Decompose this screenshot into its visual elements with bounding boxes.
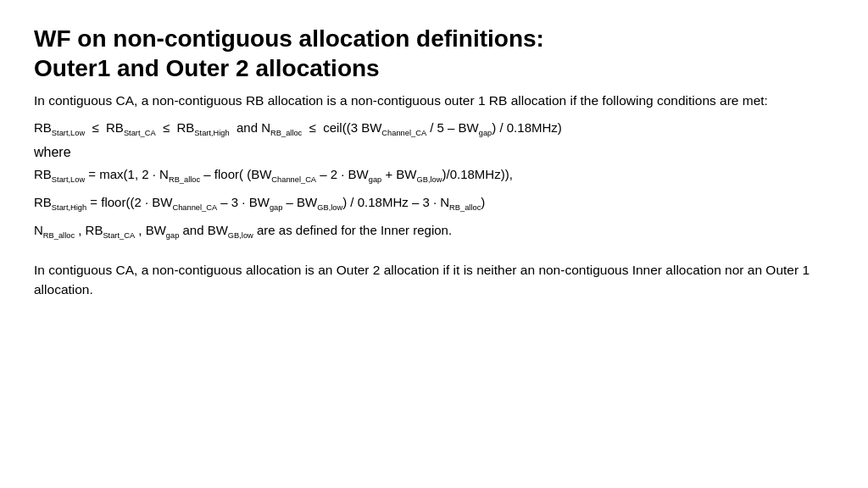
where-label: where	[34, 145, 834, 160]
section-spacer	[34, 246, 834, 261]
title-line2: Outer1 and Outer 2 allocations	[34, 55, 380, 81]
intro-text: In contiguous CA, a non-contiguous RB al…	[34, 92, 834, 110]
variables-note: NRB_alloc , RBStart_CA , BWgap and BWGB,…	[34, 221, 834, 242]
formula-part1: RBStart,Low ≤ RBStart_CA ≤ RBStart,High …	[34, 119, 562, 140]
outer2-text: In contiguous CA, a non-contiguous alloc…	[34, 261, 834, 299]
title-line1: WF on non-contiguous allocation definiti…	[34, 25, 544, 52]
rb-start-low-def: RBStart,Low = max(1, 2 · NRB_alloc – flo…	[34, 165, 834, 186]
rb-start-high-def: RBStart,High = floor((2 · BWChannel_CA –…	[34, 193, 834, 214]
main-formula: RBStart,Low ≤ RBStart_CA ≤ RBStart,High …	[34, 119, 834, 140]
slide-title: WF on non-contiguous allocation definiti…	[34, 24, 834, 83]
slide: WF on non-contiguous allocation definiti…	[0, 0, 868, 488]
